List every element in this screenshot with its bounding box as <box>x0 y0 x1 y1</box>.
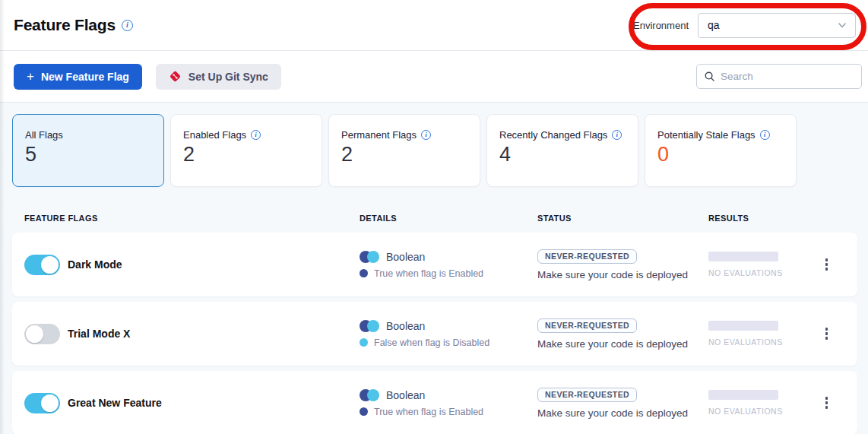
stat-card-enabled-flags[interactable]: Enabled Flagsi 2 <box>170 114 322 187</box>
results-text: NO EVALUATIONS <box>708 268 808 277</box>
toggle-knob <box>41 394 59 412</box>
new-feature-flag-button[interactable]: + New Feature Flag <box>14 64 142 90</box>
flag-name[interactable]: Great New Feature <box>68 397 162 409</box>
flag-value-text: True when flag is Enabled <box>374 407 483 417</box>
environment-select[interactable]: qa <box>698 13 856 38</box>
stat-label: All Flags <box>25 129 63 141</box>
flag-name[interactable]: Dark Mode <box>68 258 122 271</box>
flag-type: Boolean <box>386 320 425 332</box>
flag-value-text: True when flag is Enabled <box>374 268 483 279</box>
stat-card-all-flags[interactable]: All Flags 5 <box>12 114 164 187</box>
row-menu-button[interactable] <box>821 254 833 275</box>
column-header-feature-flags: FEATURE FLAGS <box>24 214 360 223</box>
new-feature-flag-label: New Feature Flag <box>41 71 129 83</box>
status-text: Make sure your code is deployed <box>537 338 688 350</box>
content-area: All Flags 5 Enabled Flagsi 2 Permanent F… <box>0 103 868 434</box>
page-header: Feature Flags i Environment qa <box>0 0 868 51</box>
row-menu-button[interactable] <box>821 392 833 413</box>
boolean-type-icon <box>360 389 379 401</box>
info-icon[interactable]: i <box>760 130 770 140</box>
info-icon[interactable]: i <box>251 130 261 140</box>
info-icon[interactable]: i <box>122 20 133 31</box>
stat-label: Recently Changed Flags <box>499 129 607 141</box>
stat-value: 2 <box>341 143 467 166</box>
page-title: Feature Flags <box>14 16 116 34</box>
boolean-type-icon <box>360 251 379 263</box>
toolbar: + New Feature Flag Set Up Git Sync <box>0 51 868 103</box>
flag-name[interactable]: Trial Mode X <box>68 328 130 340</box>
status-badge: NEVER-REQUESTED <box>537 388 637 402</box>
git-icon <box>169 70 182 83</box>
flag-type: Boolean <box>386 251 425 263</box>
stat-value: 4 <box>499 143 626 166</box>
git-sync-button[interactable]: Set Up Git Sync <box>156 64 281 90</box>
search-icon <box>704 71 715 82</box>
search-input[interactable] <box>721 71 854 82</box>
flag-toggle[interactable] <box>24 255 60 275</box>
stat-card-permanent-flags[interactable]: Permanent Flagsi 2 <box>328 114 480 187</box>
chevron-down-icon <box>837 20 847 30</box>
table-row: Trial Mode X Boolean False when flag is … <box>12 302 857 366</box>
value-dot-icon <box>360 269 368 277</box>
stat-card-potentially-stale-flags[interactable]: Potentially Stale Flagsi 0 <box>645 114 797 187</box>
table-row: Dark Mode Boolean True when flag is Enab… <box>12 233 857 296</box>
column-header-details: DETAILS <box>360 214 537 223</box>
results-bar <box>708 252 778 261</box>
stat-value: 2 <box>183 143 309 166</box>
environment-value: qa <box>708 19 720 31</box>
stat-label: Potentially Stale Flags <box>657 129 756 141</box>
status-text: Make sure your code is deployed <box>537 407 688 419</box>
value-dot-icon <box>360 338 368 347</box>
results-text: NO EVALUATIONS <box>708 407 808 416</box>
stat-value: 5 <box>25 143 151 166</box>
column-header-results: RESULTS <box>708 214 808 223</box>
flag-toggle[interactable] <box>24 393 60 413</box>
column-header-status: STATUS <box>537 214 708 223</box>
toggle-knob <box>41 256 59 274</box>
results-bar <box>708 390 778 400</box>
boolean-type-icon <box>360 320 379 332</box>
stat-label: Enabled Flags <box>183 129 246 141</box>
table-row: Great New Feature Boolean True when flag… <box>12 371 857 434</box>
info-icon[interactable]: i <box>612 130 622 140</box>
git-sync-label: Set Up Git Sync <box>188 71 268 83</box>
plus-icon: + <box>27 70 34 83</box>
row-menu-button[interactable] <box>821 323 833 344</box>
stats-row: All Flags 5 Enabled Flagsi 2 Permanent F… <box>12 114 857 187</box>
stat-value: 0 <box>657 143 784 166</box>
info-icon[interactable]: i <box>421 130 431 140</box>
flag-type: Boolean <box>386 389 425 401</box>
environment-label: Environment <box>633 20 689 31</box>
results-bar <box>708 321 778 331</box>
status-badge: NEVER-REQUESTED <box>537 249 637 264</box>
status-badge: NEVER-REQUESTED <box>537 318 637 333</box>
stat-card-recently-changed-flags[interactable]: Recently Changed Flagsi 4 <box>486 114 638 187</box>
stat-label: Permanent Flags <box>341 129 417 141</box>
table-header: FEATURE FLAGS DETAILS STATUS RESULTS <box>12 187 857 233</box>
search-box[interactable] <box>696 64 862 89</box>
results-text: NO EVALUATIONS <box>708 337 808 347</box>
value-dot-icon <box>360 407 368 416</box>
flag-toggle[interactable] <box>24 324 60 344</box>
status-text: Make sure your code is deployed <box>537 269 688 280</box>
flag-value-text: False when flag is Disabled <box>374 337 489 348</box>
toggle-knob <box>26 325 43 343</box>
